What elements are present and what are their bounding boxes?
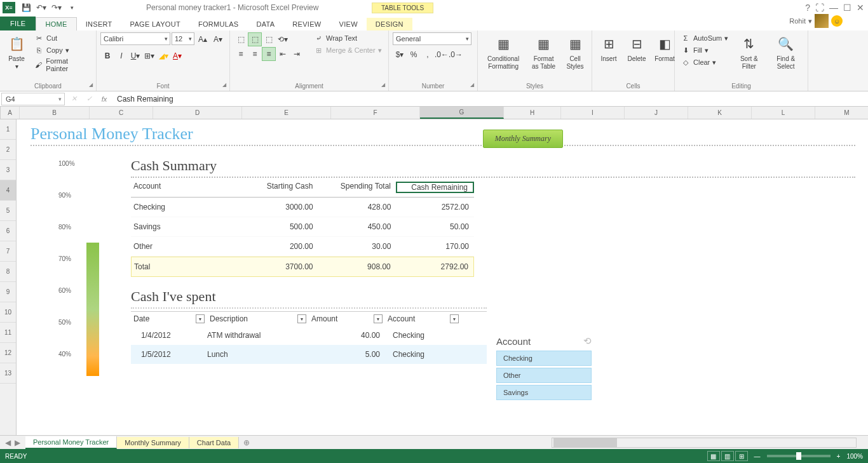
border-button[interactable]: ⊞▾ [142,49,156,63]
monthly-summary-button[interactable]: Monthly Summary [483,130,563,148]
delete-cells-button[interactable]: ⊟Delete [624,32,649,64]
column-header-G[interactable]: G [420,107,504,119]
column-header-J[interactable]: J [625,107,688,119]
row-header-8[interactable]: 8 [0,262,16,282]
add-sheet-button[interactable]: ⊕ [239,438,254,447]
normal-view-button[interactable]: ▦ [707,451,720,461]
sheet-tab-chart-data[interactable]: Chart Data [189,437,239,448]
align-middle-button[interactable]: ⬚ [248,32,262,46]
filter-button[interactable]: ▼ [450,314,459,323]
format-painter-button[interactable]: 🖌Format Painter [32,57,92,73]
user-account[interactable]: Rohit ▾ ☺ [789,14,843,28]
font-family-combo[interactable]: Calibri [100,32,170,45]
filter-button[interactable]: ▼ [374,314,383,323]
bold-button[interactable]: B [100,49,114,63]
tab-design[interactable]: DESIGN [367,18,412,30]
underline-button[interactable]: U▾ [128,49,142,63]
tab-home[interactable]: HOME [36,17,76,30]
page-layout-view-button[interactable]: ▥ [721,451,734,461]
row-header-3[interactable]: 3 [0,160,16,180]
table-row[interactable]: 1/4/2012ATM withdrawal40.00Checking [131,326,487,345]
currency-button[interactable]: $▾ [393,48,407,62]
filter-button[interactable]: ▼ [297,314,306,323]
page-break-view-button[interactable]: ⊞ [735,451,748,461]
table-row[interactable]: 1/5/2012Lunch5.00Checking [131,345,487,364]
increase-font-button[interactable]: A▴ [196,32,210,46]
font-size-combo[interactable]: 12 [172,32,194,45]
insert-cells-button[interactable]: ⊞Insert [596,32,621,64]
paste-button[interactable]: 📋Paste▾ [4,32,29,72]
column-header-H[interactable]: H [504,107,561,119]
cancel-formula-icon[interactable]: ✕ [66,95,81,103]
sheet-tab-monthly-summary[interactable]: Monthly Summary [117,437,189,448]
slicer-item-checking[interactable]: Checking [496,351,592,366]
tab-formulas[interactable]: FORMULAS [189,18,248,30]
decrease-font-button[interactable]: A▾ [211,32,225,46]
row-header-5[interactable]: 5 [0,201,16,221]
column-header-E[interactable]: E [242,107,331,119]
zoom-thumb[interactable] [796,452,801,460]
decrease-indent-button[interactable]: ⇤ [276,47,290,61]
conditional-formatting-button[interactable]: ▦Conditional Formatting [482,32,525,72]
alignment-dialog-launcher[interactable]: ◢ [379,82,387,90]
comma-button[interactable]: , [421,48,435,62]
column-header-D[interactable]: D [153,107,242,119]
autosum-button[interactable]: ΣAutoSum ▾ [679,32,730,44]
selected-cell-cash-remaining[interactable]: Cash Remaining [396,182,474,193]
row-header-10[interactable]: 10 [0,302,16,323]
scrollbar-thumb[interactable] [553,438,617,447]
fx-icon[interactable]: fx [97,95,112,103]
number-dialog-launcher[interactable]: ◢ [468,82,476,90]
italic-button[interactable]: I [114,49,128,63]
tab-review[interactable]: REVIEW [283,18,330,30]
column-header-B[interactable]: B [20,107,90,119]
column-header-A[interactable]: A [1,107,20,119]
ribbon-options-icon[interactable]: ⛶ [815,3,824,13]
prev-sheet-icon[interactable]: ◀ [5,438,11,447]
redo-button[interactable]: ↷▾ [50,1,64,15]
name-box[interactable]: G4 [1,93,65,105]
row-header-6[interactable]: 6 [0,221,16,241]
slicer-item-other[interactable]: Other [496,368,592,383]
tab-page-layout[interactable]: PAGE LAYOUT [121,18,189,30]
filter-button[interactable]: ▼ [196,314,205,323]
tab-data[interactable]: DATA [247,18,283,30]
align-right-button[interactable]: ≡ [262,47,276,61]
sheet-tab-personal-money-tracker[interactable]: Personal Money Tracker [25,436,117,449]
clear-button[interactable]: ◇Clear ▾ [679,57,730,68]
column-header-F[interactable]: F [331,107,420,119]
row-header-2[interactable]: 2 [0,140,16,160]
maximize-icon[interactable]: ☐ [843,3,851,13]
table-row[interactable]: Savings500.00450.0050.00 [131,217,474,237]
table-row[interactable]: Other200.0030.00170.00 [131,237,474,257]
sheet-nav[interactable]: ◀▶ [0,438,25,447]
horizontal-scrollbar[interactable] [552,438,857,448]
wrap-text-button[interactable]: ⤶Wrap Text [311,32,384,44]
tab-file[interactable]: FILE [0,17,36,30]
row-header-4[interactable]: 4 [0,180,16,201]
clipboard-dialog-launcher[interactable]: ◢ [87,82,95,90]
row-header-12[interactable]: 12 [0,343,16,363]
merge-center-button[interactable]: ⊞Merge & Center ▾ [311,44,384,56]
align-left-button[interactable]: ≡ [234,47,248,61]
format-as-table-button[interactable]: ▦Format as Table [527,32,560,72]
next-sheet-icon[interactable]: ▶ [15,438,20,447]
increase-decimal-button[interactable]: .0← [435,48,449,62]
align-top-button[interactable]: ⬚ [234,32,248,46]
column-header-K[interactable]: K [688,107,752,119]
undo-button[interactable]: ↶▾ [34,1,48,15]
table-row[interactable]: Checking3000.00428.002572.00 [131,198,474,217]
clear-filter-icon[interactable]: ⟲ [583,335,592,347]
cell-styles-button[interactable]: ▦Cell Styles [562,32,588,72]
format-cells-button[interactable]: ◧Format [652,32,677,64]
fill-button[interactable]: ⬇Fill ▾ [679,44,730,56]
cut-button[interactable]: ✂Cut [32,32,92,44]
increase-indent-button[interactable]: ⇥ [290,47,304,61]
tab-insert[interactable]: INSERT [77,18,121,30]
row-header-13[interactable]: 13 [0,363,16,384]
number-format-combo[interactable]: General [393,32,471,45]
decrease-decimal-button[interactable]: .0→ [449,48,463,62]
align-bottom-button[interactable]: ⬚ [262,32,276,46]
formula-input[interactable]: Cash Remaining [112,95,868,104]
worksheet-grid[interactable]: 12345678910111213 Personal Money Tracker… [0,119,868,437]
